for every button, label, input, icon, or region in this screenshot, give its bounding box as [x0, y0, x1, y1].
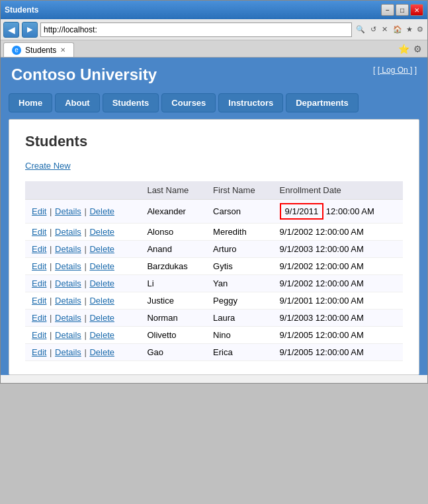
enrollment-date-cell: 9/1/2005 12:00:00 AM — [273, 344, 403, 361]
active-tab[interactable]: e Students ✕ — [3, 42, 74, 57]
create-new-link[interactable]: Create New — [25, 161, 71, 171]
delete-link[interactable]: Delete — [89, 227, 114, 237]
ie-icon: e — [12, 46, 21, 55]
delete-link[interactable]: Delete — [89, 313, 114, 323]
delete-link[interactable]: Delete — [89, 244, 114, 254]
nav-instructors[interactable]: Instructors — [218, 93, 283, 112]
enrollment-date-cell: 9/1/2005 12:00:00 AM — [273, 327, 403, 344]
table-row: Edit | Details | Delete BarzdukasGytis9/… — [25, 258, 403, 275]
table-row: Edit | Details | Delete JusticePeggy9/1/… — [25, 292, 403, 310]
edit-link[interactable]: Edit — [32, 313, 46, 323]
enrollment-date-cell: 9/1/2011 12:00:00 AM — [273, 200, 403, 224]
details-link[interactable]: Details — [55, 206, 81, 216]
col-enrollment-date: Enrollment Date — [273, 181, 403, 200]
stop-icon[interactable]: ✕ — [380, 24, 389, 35]
table-row: Edit | Details | Delete AlonsoMeredith9/… — [25, 224, 403, 241]
window-title: Students — [5, 5, 38, 15]
forward-button[interactable]: ▶ — [22, 22, 38, 38]
tab-close-button[interactable]: ✕ — [60, 46, 65, 54]
nav-departments[interactable]: Departments — [286, 93, 358, 112]
first-name-cell: Gytis — [206, 258, 273, 275]
refresh-icon[interactable]: ↺ — [369, 24, 378, 35]
highlighted-date: 9/1/2011 — [280, 203, 324, 220]
settings-icon[interactable]: ⚙ — [415, 24, 425, 35]
search-icon[interactable]: 🔍 — [355, 24, 366, 35]
table-row: Edit | Details | Delete AnandArturo9/1/2… — [25, 241, 403, 258]
first-name-cell: Meredith — [206, 224, 273, 241]
details-link[interactable]: Details — [55, 330, 81, 340]
last-name-cell: Alexander — [140, 200, 206, 224]
last-name-cell: Li — [140, 275, 206, 292]
last-name-cell: Anand — [140, 241, 206, 258]
row-actions: Edit | Details | Delete — [25, 275, 140, 292]
site-header: Contoso University [ [ Log On ] ] — [1, 58, 427, 89]
nav-home[interactable]: Home — [9, 93, 52, 112]
details-link[interactable]: Details — [55, 347, 81, 357]
delete-link[interactable]: Delete — [89, 206, 114, 216]
row-actions: Edit | Details | Delete — [25, 292, 140, 310]
delete-link[interactable]: Delete — [89, 261, 114, 271]
students-table: Last Name First Name Enrollment Date Edi… — [25, 181, 403, 361]
logon-link[interactable]: [ Log On ] — [378, 65, 413, 75]
enrollment-date-cell: 9/1/2002 12:00:00 AM — [273, 275, 403, 292]
edit-link[interactable]: Edit — [32, 347, 46, 357]
home-icon[interactable]: 🏠 — [392, 24, 404, 35]
first-name-cell: Nino — [206, 327, 273, 344]
row-actions: Edit | Details | Delete — [25, 344, 140, 361]
edit-link[interactable]: Edit — [32, 330, 46, 340]
maximize-button[interactable]: □ — [396, 4, 409, 16]
last-name-cell: Olivetto — [140, 327, 206, 344]
table-row: Edit | Details | Delete NormanLaura9/1/2… — [25, 310, 403, 327]
row-actions: Edit | Details | Delete — [25, 241, 140, 258]
col-first-name: First Name — [206, 181, 273, 200]
nav-students[interactable]: Students — [103, 93, 159, 112]
first-name-cell: Yan — [206, 275, 273, 292]
details-link[interactable]: Details — [55, 244, 81, 254]
favorites-icon[interactable]: ★ — [405, 24, 414, 35]
tab-bar: e Students ✕ ⭐ ⚙ — [1, 40, 427, 58]
site-wrapper: Contoso University [ [ Log On ] ] Home A… — [1, 58, 427, 375]
tools-icon[interactable]: ⚙ — [413, 44, 422, 54]
window-controls: − □ ✕ — [381, 4, 423, 16]
edit-link[interactable]: Edit — [32, 296, 46, 306]
enrollment-date-cell: 9/1/2002 12:00:00 AM — [273, 258, 403, 275]
table-row: Edit | Details | Delete AlexanderCarson9… — [25, 200, 403, 224]
details-link[interactable]: Details — [55, 261, 81, 271]
minimize-button[interactable]: − — [381, 4, 394, 16]
page-title: Students — [25, 133, 403, 150]
col-actions — [25, 181, 140, 200]
edit-link[interactable]: Edit — [32, 244, 46, 254]
row-actions: Edit | Details | Delete — [25, 310, 140, 327]
table-row: Edit | Details | Delete OlivettoNino9/1/… — [25, 327, 403, 344]
details-link[interactable]: Details — [55, 296, 81, 306]
last-name-cell: Alonso — [140, 224, 206, 241]
details-link[interactable]: Details — [55, 313, 81, 323]
first-name-cell: Carson — [206, 200, 273, 224]
delete-link[interactable]: Delete — [89, 347, 114, 357]
enrollment-date-cell: 9/1/2003 12:00:00 AM — [273, 310, 403, 327]
delete-link[interactable]: Delete — [89, 330, 114, 340]
edit-link[interactable]: Edit — [32, 278, 46, 288]
tab-label: Students — [25, 46, 56, 55]
edit-link[interactable]: Edit — [32, 227, 46, 237]
logon-area: [ [ Log On ] ] — [373, 65, 417, 75]
delete-link[interactable]: Delete — [89, 296, 114, 306]
edit-link[interactable]: Edit — [32, 206, 46, 216]
first-name-cell: Erica — [206, 344, 273, 361]
close-button[interactable]: ✕ — [410, 4, 423, 16]
navigation-bar: Home About Students Courses Instructors … — [1, 89, 427, 119]
details-link[interactable]: Details — [55, 227, 81, 237]
nav-courses[interactable]: Courses — [161, 93, 216, 112]
new-tab-icon[interactable]: ⭐ — [398, 44, 409, 54]
back-button[interactable]: ◀ — [3, 22, 19, 38]
last-name-cell: Gao — [140, 344, 206, 361]
details-link[interactable]: Details — [55, 278, 81, 288]
nav-about[interactable]: About — [55, 93, 100, 112]
row-actions: Edit | Details | Delete — [25, 258, 140, 275]
edit-link[interactable]: Edit — [32, 261, 46, 271]
table-row: Edit | Details | Delete GaoErica9/1/2005… — [25, 344, 403, 361]
col-last-name: Last Name — [140, 181, 206, 200]
delete-link[interactable]: Delete — [89, 278, 114, 288]
address-input[interactable] — [40, 22, 352, 37]
row-actions: Edit | Details | Delete — [25, 327, 140, 344]
